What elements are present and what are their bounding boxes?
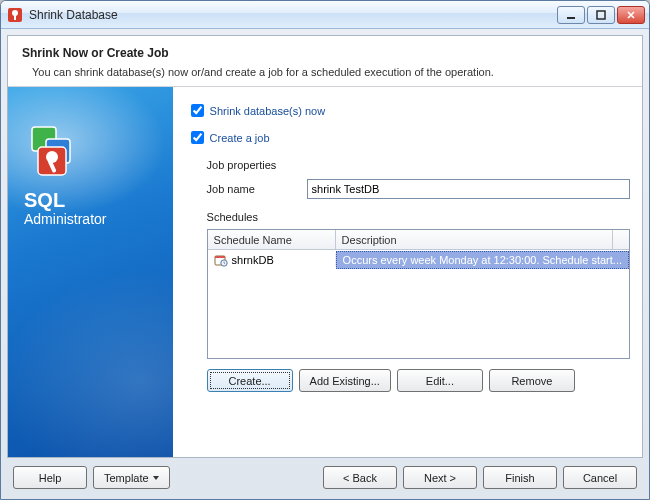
svg-rect-2 (14, 14, 16, 20)
titlebar[interactable]: Shrink Database (1, 1, 649, 29)
schedules-table-header: Schedule Name Description (208, 230, 629, 250)
minimize-button[interactable] (557, 6, 585, 24)
main-panel: Shrink database(s) now Create a job Job … (173, 87, 642, 457)
template-button[interactable]: Template (93, 466, 170, 489)
job-name-row: Job name (207, 179, 630, 199)
page-description: You can shrink database(s) now or/and cr… (32, 66, 628, 78)
col-description[interactable]: Description (336, 230, 613, 249)
cancel-button[interactable]: Cancel (563, 466, 637, 489)
schedule-icon (214, 253, 228, 267)
schedules-table[interactable]: Schedule Name Description (207, 229, 630, 359)
add-existing-button[interactable]: Add Existing... (299, 369, 391, 392)
footer-buttons: Help Template < Back Next > Finish Cance… (7, 458, 643, 493)
schedules-table-body: shrnkDB Occurs every week Monday at 12:3… (208, 250, 629, 358)
body-area: SQL Administrator Shrink database(s) now… (8, 86, 642, 457)
window-buttons (557, 6, 645, 24)
table-row[interactable]: shrnkDB Occurs every week Monday at 12:3… (208, 250, 629, 270)
svg-rect-11 (215, 256, 225, 258)
create-button[interactable]: Create... (207, 369, 293, 392)
job-name-input[interactable] (307, 179, 630, 199)
svg-rect-3 (567, 17, 575, 19)
app-title-icon (7, 7, 23, 23)
template-button-label: Template (104, 472, 149, 484)
help-button[interactable]: Help (13, 466, 87, 489)
shrink-now-label: Shrink database(s) now (210, 105, 326, 117)
content-outer: Shrink Now or Create Job You can shrink … (1, 29, 649, 499)
cell-description[interactable]: Occurs every week Monday at 12:30:00. Sc… (336, 251, 629, 269)
job-properties-label: Job properties (207, 159, 630, 171)
chevron-down-icon (153, 476, 159, 480)
create-job-checkbox[interactable] (191, 131, 204, 144)
next-button[interactable]: Next > (403, 466, 477, 489)
col-schedule-name[interactable]: Schedule Name (208, 230, 336, 249)
app-subtitle: Administrator (24, 211, 163, 227)
shrink-now-checkbox[interactable] (191, 104, 204, 117)
app-logo-icon (24, 121, 84, 181)
content-inner: Shrink Now or Create Job You can shrink … (7, 35, 643, 458)
close-button[interactable] (617, 6, 645, 24)
svg-rect-4 (597, 11, 605, 19)
cell-schedule-name-text: shrnkDB (232, 254, 274, 266)
maximize-button[interactable] (587, 6, 615, 24)
header-area: Shrink Now or Create Job You can shrink … (8, 36, 642, 86)
col-scroll-spacer (613, 230, 629, 249)
edit-button[interactable]: Edit... (397, 369, 483, 392)
create-job-label: Create a job (210, 132, 270, 144)
job-name-label: Job name (207, 183, 307, 195)
schedules-label: Schedules (207, 211, 630, 223)
app-name: SQL (24, 189, 163, 211)
svg-point-8 (46, 151, 58, 163)
window-title: Shrink Database (29, 8, 557, 22)
shrink-now-checkbox-row[interactable]: Shrink database(s) now (187, 101, 630, 120)
sidebar-banner: SQL Administrator (8, 87, 173, 457)
remove-button[interactable]: Remove (489, 369, 575, 392)
dialog-window: Shrink Database Shrink Now or Create Job… (0, 0, 650, 500)
finish-button[interactable]: Finish (483, 466, 557, 489)
page-title: Shrink Now or Create Job (22, 46, 628, 60)
schedule-buttons: Create... Add Existing... Edit... Remove (207, 369, 630, 392)
create-job-checkbox-row[interactable]: Create a job (187, 128, 630, 147)
cell-schedule-name[interactable]: shrnkDB (208, 253, 336, 267)
back-button[interactable]: < Back (323, 466, 397, 489)
